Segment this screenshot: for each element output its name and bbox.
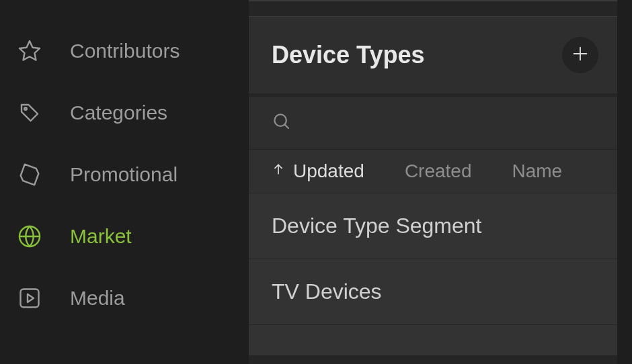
column-name[interactable]: Name xyxy=(512,161,563,182)
sidebar-item-market[interactable]: Market xyxy=(0,206,249,267)
tag-icon xyxy=(16,101,43,125)
play-icon xyxy=(16,286,43,310)
panel-title: Device Types xyxy=(272,41,424,69)
sidebar-item-label: Market xyxy=(70,225,132,248)
list-item[interactable]: TV Devices xyxy=(249,259,617,324)
sidebar-item-label: Categories xyxy=(70,101,167,124)
search-input[interactable] xyxy=(304,113,562,134)
column-headers: Updated Created Name xyxy=(249,149,617,193)
panel-top-divider xyxy=(249,0,632,16)
sidebar-item-label: Contributors xyxy=(70,40,180,62)
row-name: Device Type Segment xyxy=(272,214,481,238)
search-row xyxy=(249,96,617,149)
sidebar-item-categories[interactable]: Categories xyxy=(0,82,249,144)
sidebar-item-label: Promotional xyxy=(70,163,177,186)
row-name: Apple Devices xyxy=(272,345,409,355)
star-icon xyxy=(16,39,43,63)
add-button[interactable] xyxy=(562,37,598,73)
svg-point-1 xyxy=(24,107,27,110)
sidebar-item-media[interactable]: Media xyxy=(0,267,249,329)
row-name: TV Devices xyxy=(272,279,382,304)
row-list: Device Type Segment TV Devices Apple Dev… xyxy=(249,193,617,355)
sidebar-item-label: Media xyxy=(70,287,125,310)
ticket-icon xyxy=(16,163,43,187)
sidebar: Contributors Categories Promotional Mark… xyxy=(0,0,249,364)
globe-icon xyxy=(16,224,43,248)
search-icon xyxy=(272,111,292,134)
column-updated[interactable]: Updated xyxy=(272,161,364,182)
panel-header: Device Types xyxy=(249,16,617,93)
main-panel: Device Types Updated Created Name xyxy=(249,0,632,364)
sort-asc-icon xyxy=(272,161,285,182)
column-label: Created xyxy=(405,161,472,182)
column-label: Name xyxy=(512,161,563,182)
svg-marker-4 xyxy=(28,294,34,302)
list-item[interactable]: Apple Devices xyxy=(249,324,617,355)
column-created[interactable]: Created xyxy=(405,161,472,182)
sidebar-item-contributors[interactable]: Contributors xyxy=(0,20,249,82)
sidebar-item-promotional[interactable]: Promotional xyxy=(0,144,249,206)
column-label: Updated xyxy=(293,161,364,182)
svg-marker-0 xyxy=(19,41,40,60)
list-item[interactable]: Device Type Segment xyxy=(249,193,617,259)
svg-rect-3 xyxy=(21,289,39,308)
svg-line-8 xyxy=(284,124,288,128)
plus-icon xyxy=(571,44,590,66)
